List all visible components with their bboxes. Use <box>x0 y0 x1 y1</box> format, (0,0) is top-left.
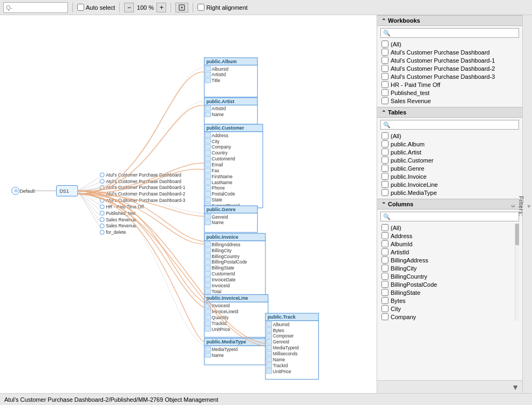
workbooks-search[interactable]: 🔍 <box>380 28 519 38</box>
columns-search[interactable]: 🔍 <box>380 212 519 221</box>
workbook-check-5[interactable] <box>381 89 388 96</box>
column-check-6[interactable] <box>381 281 388 288</box>
tables-search-input[interactable] <box>392 122 516 128</box>
column-check-7[interactable] <box>381 289 388 296</box>
workbook-check-2[interactable] <box>381 65 388 72</box>
list-item[interactable]: public.Genre <box>380 164 519 172</box>
workbook-label-2: Atul's Customer Purchase Dashboard-2 <box>391 65 495 72</box>
workbook-check-0[interactable] <box>381 49 388 56</box>
svg-text:Company: Company <box>212 144 231 150</box>
list-item[interactable]: BillingCountry <box>380 272 519 280</box>
tables-title: Tables <box>388 109 406 116</box>
table-check-2[interactable] <box>381 157 388 164</box>
workbooks-section-header[interactable]: ⌃ Workbooks <box>377 15 522 26</box>
svg-text:Quantity: Quantity <box>212 315 229 320</box>
right-alignment-check[interactable]: Right alignment <box>197 4 247 11</box>
table-check-5[interactable] <box>381 181 388 188</box>
list-item[interactable]: BillingAddress <box>380 256 519 264</box>
list-item[interactable]: Atul's Customer Purchase Dashboard-1 <box>380 56 519 64</box>
column-check-9[interactable] <box>381 305 388 312</box>
columns-section-header[interactable]: ⌃ Columns <box>377 199 522 210</box>
list-item[interactable]: Company <box>380 313 519 321</box>
list-item[interactable]: public.Invoice <box>380 172 519 180</box>
column-check-4[interactable] <box>381 265 388 272</box>
table-check-all[interactable] <box>381 132 388 139</box>
list-item[interactable]: Sales Revenue <box>380 97 519 105</box>
right-alignment-checkbox[interactable] <box>197 4 204 11</box>
table-check-3[interactable] <box>381 165 388 172</box>
list-item[interactable]: AlbumId <box>380 240 519 248</box>
search-input[interactable] <box>12 4 56 11</box>
filters-count: 3 <box>510 205 516 207</box>
workbook-check-1[interactable] <box>381 57 388 64</box>
svg-text:public.Invoice: public.Invoice <box>207 234 238 240</box>
list-item[interactable]: ArtistId <box>380 248 519 256</box>
column-item-all[interactable]: (All) <box>380 224 519 232</box>
list-item[interactable]: BillingPostalCode <box>380 280 519 288</box>
tables-chevron: ⌃ <box>381 110 386 116</box>
workbook-check-all[interactable] <box>381 40 388 48</box>
svg-text:PostalCode: PostalCode <box>212 191 235 197</box>
workbook-check-4[interactable] <box>381 81 388 88</box>
zoom-controls: − 100 % + <box>124 3 166 12</box>
auto-select-checkbox[interactable] <box>77 4 84 11</box>
table-check-1[interactable] <box>381 148 388 156</box>
table-check-0[interactable] <box>381 140 388 147</box>
canvas-area[interactable]: ⚙ Default DS1 <box>0 15 377 393</box>
list-item[interactable]: Address <box>380 232 519 240</box>
table-check-6[interactable] <box>381 189 388 196</box>
auto-select-check[interactable]: Auto select <box>77 4 115 11</box>
list-item[interactable]: public.Artist <box>380 148 519 156</box>
list-item[interactable]: Atul's Customer Purchase Dashboard-2 <box>380 64 519 72</box>
svg-rect-58 <box>206 133 211 138</box>
workbook-items: Atul's Customer Purchase Dashboard Atul'… <box>78 172 186 235</box>
table-check-4[interactable] <box>381 173 388 180</box>
column-check-10[interactable] <box>381 313 388 320</box>
tables-section-header[interactable]: ⌃ Tables <box>377 107 522 118</box>
scrollbar-track[interactable] <box>515 224 519 321</box>
zoom-in-button[interactable]: + <box>156 3 166 12</box>
list-item[interactable]: BillingCity <box>380 264 519 272</box>
scrollbar-thumb[interactable] <box>515 224 519 245</box>
table-genre: public.Genre GenreId Name <box>204 206 258 232</box>
table-label-2: public.Customer <box>391 157 433 164</box>
filter-apply-icon[interactable]: ▼ <box>511 383 519 392</box>
svg-text:BillingState: BillingState <box>212 265 234 271</box>
table-item-all[interactable]: (All) <box>380 132 519 140</box>
fit-button[interactable] <box>175 3 188 12</box>
list-item[interactable]: City <box>380 305 519 313</box>
list-item[interactable]: Atul's Customer Purchase Dashboard <box>380 48 519 56</box>
columns-search-input[interactable] <box>392 213 516 220</box>
list-item[interactable]: Published_test <box>380 89 519 97</box>
list-item[interactable]: public.InvoiceLine <box>380 180 519 188</box>
list-item[interactable]: public.Album <box>380 140 519 148</box>
svg-point-33 <box>100 218 104 222</box>
tables-search[interactable]: 🔍 <box>380 120 519 130</box>
list-item[interactable]: Atul's Customer Purchase Dashboard-3 <box>380 72 519 80</box>
workbook-item-all[interactable]: (All) <box>380 40 519 48</box>
svg-text:State: State <box>212 197 222 202</box>
workbook-check-6[interactable] <box>381 97 388 104</box>
column-check-8[interactable] <box>381 297 388 304</box>
column-check-2[interactable] <box>381 248 388 255</box>
column-label-4: BillingCity <box>391 265 417 272</box>
column-check-all[interactable] <box>381 224 388 231</box>
column-check-3[interactable] <box>381 256 388 264</box>
list-item[interactable]: HR - Paid Time Off <box>380 80 519 89</box>
column-check-0[interactable] <box>381 232 388 239</box>
filters-tab[interactable]: » Filters: 3 <box>522 15 532 393</box>
table-label-6: public.MediaType <box>391 190 437 196</box>
column-check-5[interactable] <box>381 273 388 280</box>
workbooks-search-input[interactable] <box>392 30 516 36</box>
list-item[interactable]: public.MediaType <box>380 188 519 197</box>
list-item[interactable]: Bytes <box>380 296 519 305</box>
zoom-out-button[interactable]: − <box>124 3 134 12</box>
search-box[interactable]: Q- <box>3 2 68 13</box>
svg-text:TrackId: TrackId <box>273 363 288 368</box>
column-check-1[interactable] <box>381 240 388 247</box>
list-item[interactable]: BillingState <box>380 288 519 296</box>
list-item[interactable]: public.Customer <box>380 156 519 164</box>
table-label-0: public.Album <box>391 141 425 147</box>
workbook-check-3[interactable] <box>381 73 388 80</box>
columns-search-icon: 🔍 <box>383 213 391 220</box>
